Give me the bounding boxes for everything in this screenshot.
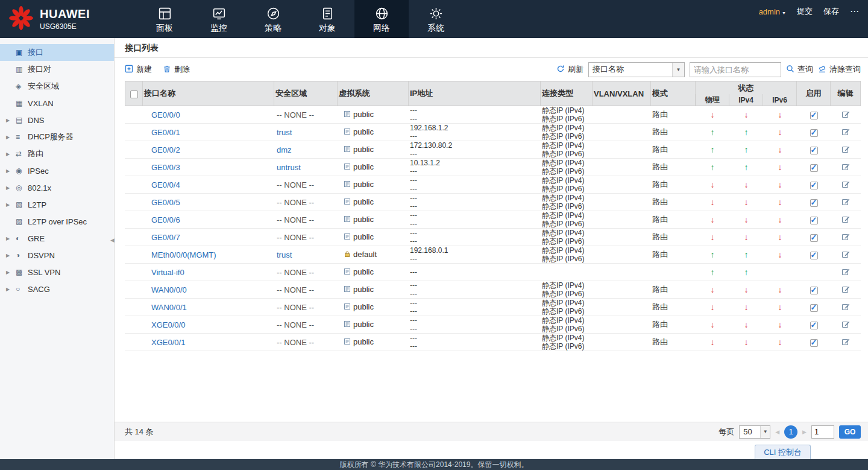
cell-select	[125, 124, 143, 141]
expand-arrow-icon[interactable]: ▶	[6, 135, 16, 140]
save-button[interactable]: 保存	[823, 6, 839, 17]
refresh-button[interactable]: 刷新	[556, 64, 583, 75]
enable-checkbox[interactable]	[810, 199, 818, 207]
enable-checkbox[interactable]	[810, 182, 818, 189]
sidebar-item-sacg[interactable]: ▶○SACG	[0, 281, 114, 297]
sidebar-item-interface-pair[interactable]: ▶▥接口对	[0, 61, 114, 78]
enable-checkbox[interactable]	[810, 217, 818, 224]
new-button[interactable]: 新建	[125, 64, 152, 75]
query-button[interactable]: 查询	[786, 64, 813, 75]
zone-link[interactable]: dmz	[277, 145, 292, 154]
edit-icon[interactable]	[841, 162, 850, 171]
edit-icon[interactable]	[841, 127, 850, 136]
sidebar-item-dot1x[interactable]: ▶◎802.1x	[0, 179, 114, 196]
expand-arrow-icon[interactable]: ▶	[6, 168, 16, 174]
cli-console-button[interactable]: CLI 控制台	[755, 445, 811, 459]
enable-checkbox[interactable]	[810, 129, 818, 137]
interface-name-link[interactable]: MEth0/0/0(MGMT)	[151, 250, 216, 259]
enable-checkbox[interactable]	[810, 322, 818, 329]
vsys-wrap: public	[339, 197, 374, 206]
interface-name-link[interactable]: GE0/0/5	[151, 198, 180, 207]
zone-link[interactable]: trust	[277, 128, 292, 137]
search-input[interactable]	[690, 62, 781, 77]
sidebar-item-ssl-vpn[interactable]: ▶▩SSL VPN	[0, 264, 114, 281]
enable-checkbox[interactable]	[810, 112, 818, 119]
zone-link[interactable]: trust	[277, 250, 292, 259]
interface-name-link[interactable]: GE0/0/2	[151, 145, 180, 154]
edit-icon[interactable]	[841, 145, 850, 153]
sidebar-item-interface[interactable]: ▶▣接口	[0, 44, 114, 61]
current-page-button[interactable]: 1	[784, 425, 797, 439]
sidebar-collapse-handle[interactable]: ◀	[110, 237, 115, 243]
interface-name-link[interactable]: WAN0/0/0	[151, 285, 187, 294]
edit-icon[interactable]	[841, 110, 850, 118]
nav-tab-dashboard[interactable]: 面板	[137, 0, 192, 38]
edit-icon[interactable]	[841, 267, 850, 276]
sidebar-item-gre[interactable]: ▶◐GRE	[0, 230, 114, 247]
edit-icon[interactable]	[841, 232, 850, 241]
sidebar-item-l2tp-over-ipsec[interactable]: ▶▨L2TP over IPSec	[0, 213, 114, 230]
select-all-checkbox[interactable]	[130, 91, 138, 98]
interface-name-link[interactable]: Virtual-if0	[151, 268, 184, 277]
enable-checkbox[interactable]	[810, 252, 818, 259]
expand-arrow-icon[interactable]: ▶	[6, 270, 16, 275]
interface-name-link[interactable]: GE0/0/7	[151, 233, 180, 242]
edit-icon[interactable]	[841, 250, 850, 258]
nav-tab-monitor[interactable]: 监控	[192, 0, 246, 38]
interface-name-link[interactable]: GE0/0/6	[151, 215, 180, 224]
edit-icon[interactable]	[841, 337, 850, 346]
interface-name-link[interactable]: XGE0/0/1	[151, 338, 185, 347]
enable-checkbox[interactable]	[810, 339, 818, 347]
expand-arrow-icon[interactable]: ▶	[6, 287, 16, 292]
cell-connection-type: 静态IP (IPv4)静态IP (IPv6)	[541, 299, 593, 316]
interface-name-link[interactable]: GE0/0/3	[151, 163, 180, 172]
enable-checkbox[interactable]	[810, 234, 818, 242]
interface-name-link[interactable]: XGE0/0/0	[151, 320, 185, 329]
interface-name-link[interactable]: GE0/0/0	[151, 110, 180, 119]
nav-tab-system[interactable]: 系统	[409, 0, 463, 38]
edit-icon[interactable]	[841, 215, 850, 223]
sidebar-item-vxlan[interactable]: ▶▦VXLAN	[0, 95, 114, 112]
nav-tab-object[interactable]: 对象	[300, 0, 354, 38]
delete-button[interactable]: 删除	[163, 64, 190, 75]
filter-field-select[interactable]: 接口名称 ▼	[588, 62, 685, 77]
sidebar-item-ipsec[interactable]: ▶◉IPSec	[0, 162, 114, 179]
expand-arrow-icon[interactable]: ▶	[6, 151, 16, 157]
commit-button[interactable]: 提交	[797, 6, 813, 17]
prev-page-icon[interactable]: ◀	[775, 429, 779, 435]
expand-arrow-icon[interactable]: ▶	[6, 118, 16, 123]
interface-name-link[interactable]: WAN0/0/1	[151, 303, 187, 312]
page-jump-input[interactable]	[811, 425, 834, 439]
expand-arrow-icon[interactable]: ▶	[6, 202, 16, 208]
cell-interface-name: Virtual-if0	[143, 264, 274, 281]
enable-checkbox[interactable]	[810, 147, 818, 154]
enable-checkbox[interactable]	[810, 287, 818, 294]
nav-tab-network[interactable]: 网络	[354, 0, 409, 38]
edit-icon[interactable]	[841, 285, 850, 293]
enable-checkbox[interactable]	[810, 164, 818, 172]
enable-checkbox[interactable]	[810, 304, 818, 312]
expand-arrow-icon[interactable]: ▶	[6, 236, 16, 241]
user-menu[interactable]: admin▼	[759, 7, 786, 16]
more-menu-icon[interactable]: ⋯	[850, 6, 860, 17]
edit-icon[interactable]	[841, 180, 850, 188]
interface-name-link[interactable]: GE0/0/1	[151, 128, 180, 137]
per-page-select[interactable]: 50 ▼	[739, 425, 770, 439]
nav-tab-policy[interactable]: 策略	[246, 0, 300, 38]
sidebar-item-route[interactable]: ▶⇄路由	[0, 145, 114, 162]
edit-icon[interactable]	[841, 320, 850, 328]
interface-name-link[interactable]: GE0/0/4	[151, 180, 180, 189]
sidebar-item-l2tp[interactable]: ▶▧L2TP	[0, 196, 114, 213]
sidebar-item-dhcp-server[interactable]: ▶≡DHCP服务器	[0, 129, 114, 145]
next-page-icon[interactable]: ▶	[802, 429, 807, 435]
clear-query-button[interactable]: 清除查询	[818, 64, 861, 75]
zone-link[interactable]: untrust	[277, 163, 301, 172]
edit-icon[interactable]	[841, 302, 850, 311]
sidebar-item-dsvpn[interactable]: ▶◑DSVPN	[0, 247, 114, 264]
sidebar-item-security-zone[interactable]: ▶◈安全区域	[0, 78, 114, 95]
expand-arrow-icon[interactable]: ▶	[6, 185, 16, 191]
edit-icon[interactable]	[841, 197, 850, 206]
expand-arrow-icon[interactable]: ▶	[6, 253, 16, 258]
go-button[interactable]: GO	[839, 425, 861, 439]
sidebar-item-dns[interactable]: ▶▤DNS	[0, 112, 114, 129]
